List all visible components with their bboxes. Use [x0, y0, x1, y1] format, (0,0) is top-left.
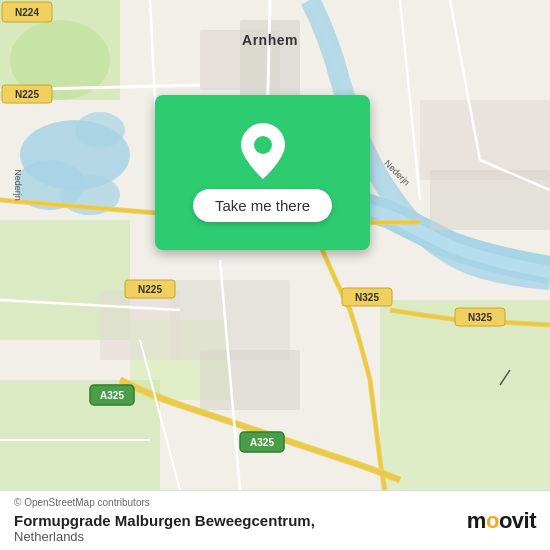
bottom-bar: © OpenStreetMap contributors Formupgrade… [0, 490, 550, 550]
svg-text:Nederjn: Nederjn [13, 169, 23, 201]
svg-text:A325: A325 [100, 390, 124, 401]
svg-text:N225: N225 [138, 284, 162, 295]
location-pin-icon [241, 123, 285, 179]
svg-rect-14 [170, 280, 290, 360]
svg-text:Arnhem: Arnhem [242, 32, 298, 48]
navigation-popup[interactable]: Take me there [155, 95, 370, 250]
map-container: N224 N225 N225 N325 N325 A325 A325 Arnhe… [0, 0, 550, 490]
copyright-text: © OpenStreetMap contributors [14, 497, 315, 508]
location-country: Netherlands [14, 529, 315, 544]
svg-rect-16 [100, 290, 180, 360]
svg-rect-15 [200, 350, 300, 410]
svg-rect-10 [380, 400, 550, 490]
moovit-dot-o: o [486, 508, 499, 533]
svg-text:N325: N325 [355, 292, 379, 303]
svg-text:N325: N325 [468, 312, 492, 323]
svg-text:N225: N225 [15, 89, 39, 100]
svg-rect-17 [420, 100, 550, 180]
location-name: Formupgrade Malburgen Beweegcentrum, [14, 512, 315, 529]
moovit-wordmark: moovit [467, 508, 536, 534]
svg-point-4 [75, 112, 125, 148]
svg-rect-11 [0, 380, 160, 490]
svg-text:A325: A325 [250, 437, 274, 448]
svg-rect-18 [430, 170, 550, 230]
take-me-there-button[interactable]: Take me there [193, 189, 332, 222]
svg-text:N224: N224 [15, 7, 39, 18]
svg-point-47 [254, 136, 272, 154]
moovit-logo: moovit [467, 508, 536, 534]
location-info: © OpenStreetMap contributors Formupgrade… [14, 497, 315, 544]
